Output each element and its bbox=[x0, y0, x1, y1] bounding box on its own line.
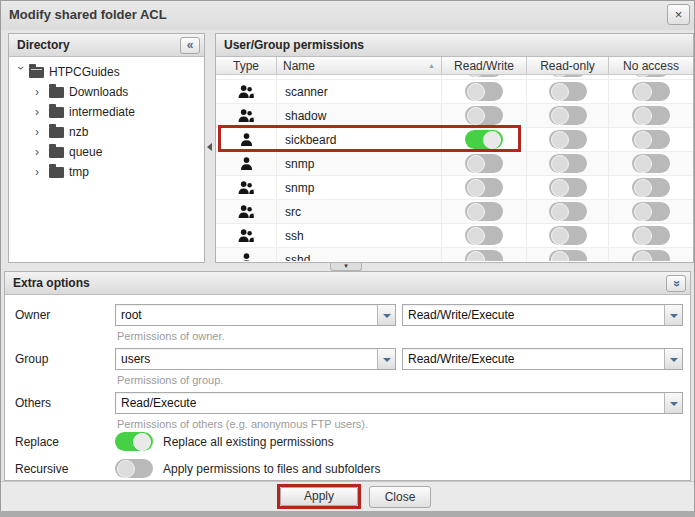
chevron-expanded-icon[interactable]: › bbox=[15, 66, 27, 78]
chevron-down-icon[interactable] bbox=[664, 393, 682, 413]
noaccess-toggle[interactable] bbox=[632, 154, 670, 173]
readwrite-toggle[interactable] bbox=[465, 226, 503, 245]
readonly-toggle[interactable] bbox=[549, 250, 587, 261]
row-name: shadow bbox=[277, 104, 442, 127]
collapse-panel-icon[interactable]: « bbox=[180, 37, 200, 54]
recursive-toggle[interactable] bbox=[115, 459, 153, 478]
group-type-icon bbox=[238, 229, 254, 242]
chevron-right-icon[interactable]: › bbox=[35, 106, 47, 118]
chevron-down-icon[interactable] bbox=[664, 305, 682, 325]
permissions-panel: User/Group permissions Type Name ▲ Read/… bbox=[215, 33, 694, 263]
folder-icon bbox=[49, 167, 64, 178]
tree-node[interactable]: › tmp bbox=[9, 162, 204, 182]
chevron-right-icon[interactable]: › bbox=[35, 126, 47, 138]
chevron-right-icon[interactable]: › bbox=[35, 86, 47, 98]
readonly-toggle[interactable] bbox=[549, 82, 587, 101]
row-name: sickbeard bbox=[277, 128, 442, 151]
readwrite-toggle[interactable] bbox=[465, 250, 503, 261]
chevron-right-icon[interactable]: › bbox=[35, 146, 47, 158]
others-help-text: Permissions of others (e.g. anonymous FT… bbox=[117, 418, 368, 430]
directory-panel: Directory « › HTPCGuides › Downloads › i… bbox=[8, 33, 205, 263]
readonly-toggle[interactable] bbox=[549, 106, 587, 125]
user-type-icon bbox=[240, 157, 253, 170]
readonly-toggle[interactable] bbox=[549, 178, 587, 197]
chevron-down-icon[interactable] bbox=[377, 305, 395, 325]
noaccess-toggle[interactable] bbox=[632, 250, 670, 261]
readwrite-toggle[interactable] bbox=[465, 178, 503, 197]
others-permission-select[interactable]: Read/Execute bbox=[115, 392, 683, 414]
table-row: src bbox=[216, 200, 693, 224]
folder-icon bbox=[49, 107, 64, 118]
table-row: shadow bbox=[216, 104, 693, 128]
tree-node-root[interactable]: › HTPCGuides bbox=[9, 62, 204, 82]
replace-toggle[interactable] bbox=[115, 432, 153, 451]
collapse-section-icon[interactable]: » bbox=[666, 275, 686, 292]
chevron-down-icon[interactable] bbox=[664, 349, 682, 369]
close-button[interactable]: Close bbox=[369, 486, 431, 508]
replace-label: Replace bbox=[15, 435, 59, 449]
readwrite-toggle[interactable] bbox=[465, 130, 503, 149]
noaccess-toggle[interactable] bbox=[632, 75, 670, 77]
group-type-icon bbox=[238, 181, 254, 194]
permissions-panel-title: User/Group permissions bbox=[224, 38, 364, 52]
group-select[interactable]: users bbox=[115, 348, 396, 370]
row-name: snmp bbox=[277, 152, 442, 175]
readwrite-toggle[interactable] bbox=[465, 82, 503, 101]
readonly-toggle[interactable] bbox=[549, 154, 587, 173]
noaccess-toggle[interactable] bbox=[632, 178, 670, 197]
column-header-readonly[interactable]: Read-only bbox=[527, 57, 609, 74]
table-row: snmp bbox=[216, 176, 693, 200]
user-type-icon bbox=[240, 253, 253, 261]
close-icon[interactable]: × bbox=[667, 4, 690, 25]
column-header-type[interactable]: Type bbox=[216, 57, 277, 74]
sort-asc-icon: ▲ bbox=[428, 62, 435, 69]
panel-splitter[interactable] bbox=[205, 33, 215, 263]
readonly-toggle[interactable] bbox=[549, 202, 587, 221]
tree-node-label: intermediate bbox=[69, 105, 135, 119]
readwrite-toggle[interactable] bbox=[465, 106, 503, 125]
tree-node[interactable]: › nzb bbox=[9, 122, 204, 142]
noaccess-toggle[interactable] bbox=[632, 130, 670, 149]
readonly-toggle[interactable] bbox=[549, 226, 587, 245]
row-name: src bbox=[277, 200, 442, 223]
noaccess-toggle[interactable] bbox=[632, 106, 670, 125]
table-header: Type Name ▲ Read/Write Read-only No acce… bbox=[216, 57, 693, 75]
recursive-toggle-text: Apply permissions to files and subfolder… bbox=[163, 462, 380, 476]
column-header-name[interactable]: Name ▲ bbox=[277, 57, 442, 74]
tree-node-label: nzb bbox=[69, 125, 88, 139]
group-label: Group bbox=[15, 352, 48, 366]
open-folder-icon bbox=[29, 67, 44, 78]
modify-acl-dialog: Modify shared folder ACL × Directory « ›… bbox=[0, 0, 695, 517]
tree-node[interactable]: › queue bbox=[9, 142, 204, 162]
column-header-readwrite[interactable]: Read/Write bbox=[442, 57, 527, 74]
noaccess-toggle[interactable] bbox=[632, 202, 670, 221]
tree-node[interactable]: › intermediate bbox=[9, 102, 204, 122]
apply-button[interactable]: Apply bbox=[280, 487, 358, 506]
extra-options-header: Extra options » bbox=[5, 272, 690, 295]
scroll-down-icon[interactable]: ▾ bbox=[330, 263, 362, 271]
splitter-collapse-icon[interactable] bbox=[207, 143, 212, 151]
noaccess-toggle[interactable] bbox=[632, 226, 670, 245]
noaccess-toggle[interactable] bbox=[632, 82, 670, 101]
readwrite-toggle[interactable] bbox=[465, 202, 503, 221]
tree-node[interactable]: › Downloads bbox=[9, 82, 204, 102]
readonly-toggle[interactable] bbox=[549, 75, 587, 77]
group-permission-select[interactable]: Read/Write/Execute bbox=[402, 348, 683, 370]
row-name: ssh bbox=[277, 224, 442, 247]
table-body: scanner shadow sickb bbox=[216, 75, 693, 261]
row-name: sshd bbox=[277, 248, 442, 261]
readonly-toggle[interactable] bbox=[549, 130, 587, 149]
chevron-down-icon[interactable] bbox=[377, 349, 395, 369]
folder-icon bbox=[49, 127, 64, 138]
row-name: scanner bbox=[277, 80, 442, 103]
annotation-highlight-apply: Apply bbox=[277, 484, 361, 509]
group-help-text: Permissions of group. bbox=[117, 374, 223, 386]
readwrite-toggle[interactable] bbox=[465, 154, 503, 173]
table-row: ssh bbox=[216, 224, 693, 248]
owner-permission-select[interactable]: Read/Write/Execute bbox=[402, 304, 683, 326]
column-header-noaccess[interactable]: No access bbox=[609, 57, 693, 74]
owner-user-select[interactable]: root bbox=[115, 304, 396, 326]
dialog-title: Modify shared folder ACL bbox=[9, 7, 167, 22]
chevron-right-icon[interactable]: › bbox=[35, 166, 47, 178]
readwrite-toggle[interactable] bbox=[465, 75, 503, 77]
